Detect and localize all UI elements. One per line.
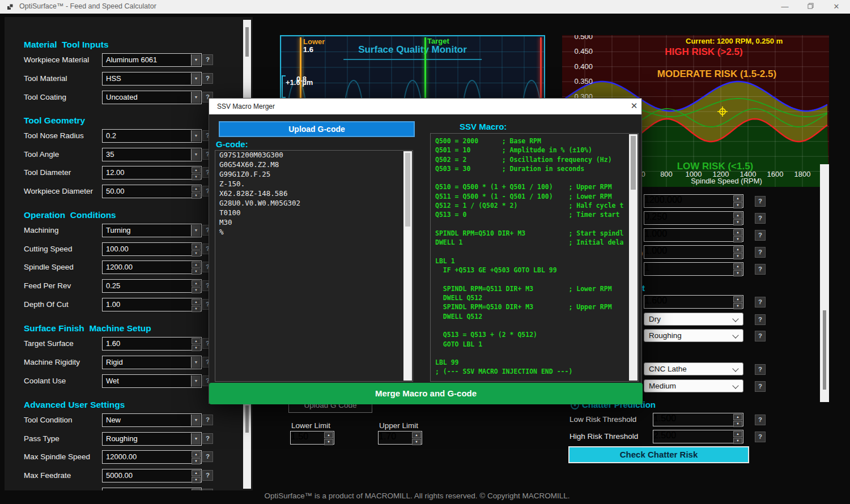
pass-mode-dropdown[interactable]: Roughing bbox=[644, 329, 743, 342]
spin-up-icon[interactable]: ▲ bbox=[192, 167, 201, 173]
ssv-macro-textarea[interactable]: Q500 = 2000 ; Base RPM Q501 = 10 ; Ampli… bbox=[430, 133, 639, 382]
spin-down-icon[interactable]: ▼ bbox=[733, 253, 742, 259]
tool-coating-dropdown[interactable]: Uncoated ▼ bbox=[102, 91, 202, 104]
result-passes-spinner[interactable]: 1 ▲▼ bbox=[644, 262, 743, 276]
chevron-down-icon[interactable]: ▼ bbox=[191, 357, 201, 368]
spin-up-icon[interactable]: ▲ bbox=[192, 186, 201, 192]
cutting-speed-spinner[interactable]: 100.00 ▲▼ bbox=[102, 242, 202, 256]
material-hardness-spinner[interactable]: ▲▼ bbox=[102, 488, 202, 490]
help-button[interactable]: ? bbox=[755, 247, 766, 258]
lower-limit-spinner[interactable]: 1.50 ▲▼ bbox=[290, 431, 334, 445]
result-width-spinner[interactable]: 1.000 ▲▼ bbox=[644, 245, 743, 259]
spindle-speed-spinner[interactable]: 1200.00 ▲▼ bbox=[102, 260, 202, 274]
minimize-button[interactable]: — bbox=[772, 0, 797, 14]
chevron-down-icon[interactable]: ▼ bbox=[191, 54, 201, 66]
gcode-textarea[interactable]: G97S1200M03G300 G0G54X60.Z2.M8 G99G1Z0.F… bbox=[215, 150, 413, 382]
help-button[interactable]: ? bbox=[755, 196, 766, 207]
spin-down-icon[interactable]: ▼ bbox=[733, 421, 742, 427]
tool-nose-radius-dropdown[interactable]: 0.2 ▼ bbox=[102, 129, 202, 143]
help-button[interactable]: ? bbox=[202, 415, 213, 425]
machine-rigidity-dropdown[interactable]: Rigid ▼ bbox=[102, 356, 202, 369]
chevron-down-icon[interactable]: ▼ bbox=[191, 375, 201, 387]
tool-condition-dropdown[interactable]: New ▼ bbox=[102, 413, 202, 427]
spin-down-icon[interactable]: ▼ bbox=[733, 270, 742, 276]
spin-up-icon[interactable]: ▲ bbox=[192, 299, 201, 305]
spin-down-icon[interactable]: ▼ bbox=[733, 202, 742, 208]
spin-up-icon[interactable]: ▲ bbox=[733, 414, 742, 420]
depth-of-cut-spinner[interactable]: 1.00 ▲▼ bbox=[102, 298, 202, 311]
help-button[interactable]: ? bbox=[755, 331, 766, 341]
workpiece-material-dropdown[interactable]: Aluminum 6061 ▼ bbox=[102, 53, 202, 67]
spin-up-icon[interactable]: ▲ bbox=[192, 244, 201, 250]
right-panel-scrollbar-thumb[interactable] bbox=[823, 310, 826, 390]
spin-down-icon[interactable]: ▼ bbox=[192, 458, 201, 464]
tool-diameter-spinner[interactable]: 12.00 ▲▼ bbox=[102, 166, 202, 180]
result-feed-spinner[interactable]: 0.250 ▲▼ bbox=[644, 211, 743, 225]
help-button[interactable]: ? bbox=[202, 54, 213, 65]
spin-up-icon[interactable]: ▲ bbox=[192, 470, 201, 476]
spin-down-icon[interactable]: ▼ bbox=[192, 287, 201, 293]
spin-up-icon[interactable]: ▲ bbox=[192, 338, 201, 344]
help-button[interactable]: ? bbox=[202, 451, 213, 462]
spin-up-icon[interactable]: ▲ bbox=[733, 229, 742, 236]
chevron-down-icon[interactable]: ▼ bbox=[191, 225, 201, 236]
spin-down-icon[interactable]: ▼ bbox=[324, 439, 333, 445]
chevron-down-icon[interactable]: ▼ bbox=[191, 92, 201, 103]
help-button[interactable]: ? bbox=[755, 415, 766, 425]
help-button[interactable]: ? bbox=[755, 314, 766, 325]
help-button[interactable]: ? bbox=[755, 230, 766, 241]
workpiece-diameter-spinner[interactable]: 50.00 ▲▼ bbox=[102, 185, 202, 198]
tool-material-dropdown[interactable]: HSS ▼ bbox=[102, 72, 202, 86]
result-doc-spinner[interactable]: 1.000 ▲▼ bbox=[644, 228, 743, 242]
max-feedrate-spinner[interactable]: 5000.00 ▲▼ bbox=[102, 469, 202, 482]
chevron-down-icon[interactable]: ▼ bbox=[191, 433, 201, 445]
result-spindle-rpm-spinner[interactable]: 1200.000 ▲▼ bbox=[644, 194, 743, 208]
spin-down-icon[interactable]: ▼ bbox=[733, 219, 742, 225]
spin-down-icon[interactable]: ▼ bbox=[733, 236, 742, 242]
spin-up-icon[interactable]: ▲ bbox=[733, 263, 742, 270]
machine-type-dropdown[interactable]: CNC Lathe bbox=[644, 362, 743, 375]
spin-down-icon[interactable]: ▼ bbox=[192, 268, 201, 275]
spin-up-icon[interactable]: ▲ bbox=[733, 195, 742, 202]
sidebar-scrollbar-thumb[interactable] bbox=[245, 27, 249, 57]
rigidity-level-dropdown[interactable]: Medium bbox=[644, 379, 743, 392]
gcode-scrollbar-thumb[interactable] bbox=[405, 153, 410, 227]
help-button[interactable]: ? bbox=[755, 432, 766, 442]
spin-down-icon[interactable]: ▼ bbox=[733, 438, 742, 444]
help-button[interactable]: ? bbox=[202, 73, 213, 84]
max-spindle-speed-spinner[interactable]: 12000.00 ▲▼ bbox=[102, 450, 202, 464]
spin-up-icon[interactable]: ▲ bbox=[192, 451, 201, 458]
spin-up-icon[interactable]: ▲ bbox=[192, 489, 201, 490]
spin-up-icon[interactable]: ▲ bbox=[192, 262, 201, 268]
spin-down-icon[interactable]: ▼ bbox=[192, 193, 201, 199]
spin-up-icon[interactable]: ▲ bbox=[412, 432, 421, 438]
maximize-button[interactable] bbox=[798, 0, 823, 14]
surface-finish-spinner[interactable]: 1.600 ▲▼ bbox=[644, 295, 743, 309]
dialog-close-button[interactable]: ✕ bbox=[627, 101, 641, 112]
coolant-use-dropdown[interactable]: Wet ▼ bbox=[102, 374, 202, 388]
spin-up-icon[interactable]: ▲ bbox=[733, 296, 742, 302]
pass-type-dropdown[interactable]: Roughing ▼ bbox=[102, 432, 202, 446]
spin-down-icon[interactable]: ▼ bbox=[192, 250, 201, 257]
help-button[interactable]: ? bbox=[202, 489, 213, 490]
help-button[interactable]: ? bbox=[755, 213, 766, 224]
feed-per-rev-spinner[interactable]: 0.25 ▲▼ bbox=[102, 279, 202, 293]
chevron-down-icon[interactable]: ▼ bbox=[191, 73, 201, 84]
chevron-down-icon[interactable]: ▼ bbox=[191, 149, 201, 160]
upload-gcode-modal-button[interactable]: Upload G-code bbox=[219, 121, 415, 137]
spin-down-icon[interactable]: ▼ bbox=[192, 345, 201, 351]
check-chatter-risk-button[interactable]: Check Chatter Risk bbox=[568, 446, 749, 463]
spin-up-icon[interactable]: ▲ bbox=[733, 431, 742, 437]
high-risk-threshold-spinner[interactable]: 2.500 ▲▼ bbox=[653, 430, 743, 443]
spin-down-icon[interactable]: ▼ bbox=[192, 306, 201, 312]
help-button[interactable]: ? bbox=[202, 433, 213, 444]
spin-up-icon[interactable]: ▲ bbox=[733, 246, 742, 253]
spin-down-icon[interactable]: ▼ bbox=[192, 477, 201, 483]
chevron-down-icon[interactable]: ▼ bbox=[191, 415, 201, 426]
help-button[interactable]: ? bbox=[755, 297, 766, 307]
spin-up-icon[interactable]: ▲ bbox=[733, 212, 742, 219]
coolant-mode-dropdown[interactable]: Dry bbox=[644, 313, 743, 326]
close-button[interactable]: ✕ bbox=[824, 0, 849, 14]
help-button[interactable]: ? bbox=[755, 264, 766, 275]
help-button[interactable]: ? bbox=[755, 381, 766, 392]
